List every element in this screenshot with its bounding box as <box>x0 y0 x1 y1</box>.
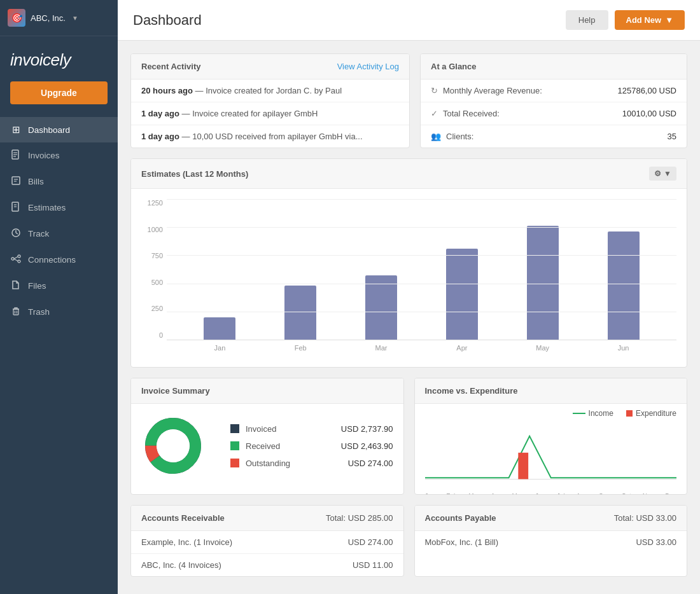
sidebar-label-track: Track <box>28 229 49 238</box>
add-new-button[interactable]: Add New ▼ <box>615 10 685 30</box>
chart-settings-button[interactable]: ⚙ ▼ <box>649 167 676 181</box>
chevron-down-icon: ▼ <box>72 15 78 22</box>
sidebar-item-estimates[interactable]: Estimates <box>0 195 118 221</box>
sidebar-item-trash[interactable]: Trash <box>0 299 118 325</box>
estimates-chart-container: 0 250 500 750 1000 1250 <box>131 189 687 367</box>
upgrade-button[interactable]: Upgrade <box>10 81 108 104</box>
svg-point-13 <box>11 258 14 260</box>
sidebar-label-connections: Connections <box>28 255 76 265</box>
app-logo-icon: 🎯 <box>8 9 25 27</box>
invoice-summary-body: Invoiced USD 2,737.90 Received USD 2,463… <box>131 404 403 488</box>
accounts-payable-title: Accounts Payable <box>425 513 496 523</box>
sidebar-label-estimates: Estimates <box>28 203 66 212</box>
sidebar-item-files[interactable]: Files <box>0 273 118 299</box>
svg-rect-18 <box>13 309 18 315</box>
sidebar-item-connections[interactable]: Connections <box>0 247 118 273</box>
estimates-icon <box>10 202 22 214</box>
x-label-may: May <box>502 340 583 352</box>
legend-text-received: Received <box>246 441 280 451</box>
glance-label-text-received: Total Received: <box>443 109 500 118</box>
chart-bar-group-apr <box>421 199 502 340</box>
glance-label-text-revenue: Monthly Average Revenue: <box>443 86 542 95</box>
chart-bar-group-jan <box>179 199 260 340</box>
line-chart-svg <box>425 423 677 489</box>
estimates-chart-header: Estimates (Last 12 Months) ⚙ ▼ <box>131 159 687 189</box>
row-3: Invoice Summary <box>130 378 687 495</box>
accounts-payable-header: Accounts Payable Total: USD 33.00 <box>415 506 687 531</box>
invoices-icon <box>10 149 22 162</box>
add-new-label: Add New <box>626 15 662 25</box>
legend-value-received: USD 2,463.90 <box>341 441 393 451</box>
glance-value-clients: 35 <box>668 132 676 141</box>
income-expenditure-card: Income vs. Expenditure Income Expenditur… <box>414 378 688 495</box>
donut-chart <box>141 414 205 478</box>
invoice-summary-card: Invoice Summary <box>130 378 404 495</box>
legend-label-received: Received <box>230 441 280 451</box>
ar-row-2: ABC, Inc. (4 Invoices) USD 11.00 <box>131 554 403 576</box>
svg-line-16 <box>14 257 18 259</box>
y-label-0: 0 <box>141 331 163 339</box>
refresh-icon: ↻ <box>431 86 438 95</box>
ar-row-2-value: USD 11.00 <box>353 560 393 570</box>
sidebar-item-dashboard[interactable]: ⊞ Dashboard <box>0 117 118 142</box>
activity-item-3: 1 day ago — 10,00 USD received from apil… <box>131 125 409 148</box>
chart-bar-group-jun <box>583 199 664 340</box>
company-name: ABC, Inc. <box>31 13 66 23</box>
sidebar-item-invoices[interactable]: Invoices <box>0 142 118 169</box>
x-label-mar: Mar <box>341 340 422 352</box>
invoice-summary-title: Invoice Summary <box>141 386 210 396</box>
legend-color-outstanding <box>230 459 239 467</box>
recent-activity-header: Recent Activity View Activity Log <box>131 54 409 79</box>
brand-text: invoicely <box>10 50 108 70</box>
glance-row-clients: 👥 Clients: 35 <box>421 125 687 148</box>
accounts-payable-total: Total: USD 33.00 <box>614 513 676 523</box>
main-content: Dashboard Help Add New ▼ Recent Activity… <box>118 0 700 594</box>
income-expenditure-legend: Income Expenditure <box>415 404 687 418</box>
svg-rect-27 <box>518 453 528 480</box>
chart-inner: 0 250 500 750 1000 1250 <box>141 199 676 352</box>
checkmark-icon: ✓ <box>431 109 438 118</box>
at-a-glance-header: At a Glance <box>421 54 687 79</box>
line-x-label-jan: Jan <box>425 493 435 495</box>
chart-bar-mar <box>365 275 397 340</box>
ar-row-1-value: USD 274.00 <box>348 537 393 547</box>
dashboard-icon: ⊞ <box>10 124 22 135</box>
view-activity-log-link[interactable]: View Activity Log <box>337 62 399 71</box>
sidebar-label-invoices: Invoices <box>28 151 60 160</box>
help-button[interactable]: Help <box>566 10 608 30</box>
y-label-500: 500 <box>141 279 163 286</box>
line-x-label-jul: Jul <box>557 493 565 495</box>
x-label-jun: Jun <box>583 340 664 352</box>
chevron-down-icon: ▼ <box>665 15 673 25</box>
legend-label-invoiced: Invoiced <box>230 424 276 434</box>
sidebar-item-track[interactable]: Track <box>0 221 118 247</box>
legend-text-invoiced: Invoiced <box>246 424 276 434</box>
accounts-receivable-total: Total: USD 285.00 <box>326 513 393 523</box>
estimates-chart-card: Estimates (Last 12 Months) ⚙ ▼ 0 250 500… <box>130 158 687 368</box>
legend-row-invoiced: Invoiced USD 2,737.90 <box>230 424 393 434</box>
track-icon <box>10 228 22 240</box>
x-axis-labels: JanFebMarAprMayJun <box>167 340 676 352</box>
invoice-summary-header: Invoice Summary <box>131 378 403 404</box>
y-label-250: 250 <box>141 305 163 312</box>
chart-bar-apr <box>446 249 478 340</box>
trash-icon <box>10 306 22 318</box>
chart-bar-group-may <box>502 199 583 340</box>
legend-text-outstanding: Outstanding <box>246 459 290 468</box>
recent-activity-card: Recent Activity View Activity Log 20 hou… <box>130 53 410 148</box>
svg-line-12 <box>16 233 18 234</box>
invoice-legend: Invoiced USD 2,737.90 Received USD 2,463… <box>218 424 393 468</box>
y-label-750: 750 <box>141 252 163 259</box>
sidebar-header[interactable]: 🎯 ABC, Inc. ▼ <box>0 0 118 36</box>
expenditure-color-box <box>626 410 633 417</box>
x-label-apr: Apr <box>421 340 502 352</box>
sidebar-item-bills[interactable]: Bills <box>0 169 118 195</box>
activity-text-2: — Invoice created for apilayer GmbH <box>182 109 318 118</box>
income-legend-item: Income <box>573 409 613 418</box>
sidebar-label-trash: Trash <box>28 307 50 317</box>
at-a-glance-card: At a Glance ↻ Monthly Average Revenue: 1… <box>420 53 687 148</box>
income-legend-label: Income <box>589 409 613 418</box>
y-axis-labels: 0 250 500 750 1000 1250 <box>141 199 167 352</box>
chart-bar-group-mar <box>341 199 422 340</box>
legend-value-invoiced: USD 2,737.90 <box>341 424 393 434</box>
